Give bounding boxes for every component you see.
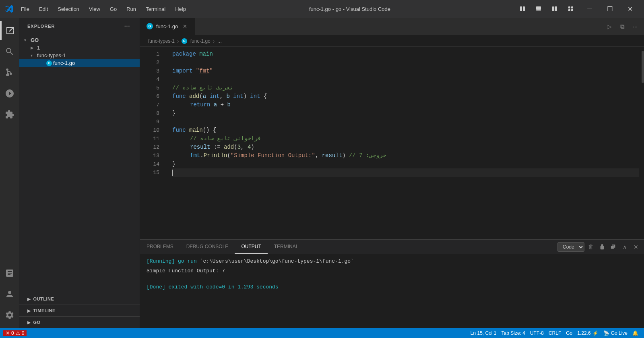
- panel-copy-btn[interactable]: [609, 242, 618, 252]
- tree-label-go: GO: [31, 37, 140, 43]
- ln-15: 15: [140, 168, 159, 177]
- tab-go-file-icon: G: [147, 23, 153, 29]
- position-label: Ln 15, Col 1: [471, 330, 497, 336]
- status-language[interactable]: Go: [564, 330, 575, 336]
- terminal-running-line: [Running] go run `c:\Users\user\Desktop\…: [147, 257, 638, 265]
- activity-explorer[interactable]: [0, 21, 19, 40]
- output-filter-select[interactable]: Code: [557, 242, 584, 252]
- svg-rect-8: [568, 9, 570, 11]
- tree-item-func-1-go[interactable]: ▶ G func-1.go: [19, 59, 140, 67]
- minimize-button[interactable]: ─: [580, 3, 599, 15]
- activity-testing[interactable]: [0, 263, 19, 283]
- panel-tab-debug-console[interactable]: DEBUG CONSOLE: [180, 240, 235, 254]
- explorer-more-btn[interactable]: ···: [123, 22, 132, 31]
- go-live-label: Go Live: [611, 330, 627, 336]
- activity-account[interactable]: [0, 284, 19, 304]
- breadcrumb-label-2: func-1.go: [190, 38, 211, 44]
- status-notification-bell[interactable]: 🔔: [630, 330, 641, 336]
- tab-size-label: Tab Size: 4: [502, 330, 525, 336]
- code-line-10: func main() {: [172, 126, 639, 135]
- activity-source-control[interactable]: [0, 63, 19, 82]
- panel-clear-btn[interactable]: [586, 242, 596, 252]
- svg-rect-1: [523, 6, 525, 11]
- timeline-header[interactable]: ▶ TIMELINE: [19, 307, 140, 315]
- status-bar: ✕ 0 ⚠ 0 Ln 15, Col 1 Tab Size: 4 UTF-8 C…: [0, 328, 644, 338]
- activity-settings[interactable]: [0, 305, 19, 325]
- close-button[interactable]: ✕: [621, 3, 639, 15]
- menu-run[interactable]: Run: [122, 4, 140, 14]
- layout-toggle-btn[interactable]: [516, 2, 529, 15]
- status-line-ending[interactable]: CRLF: [546, 330, 564, 336]
- panel-tab-output[interactable]: OUTPUT: [235, 240, 267, 254]
- titlebar-window-icons: [516, 2, 577, 15]
- language-label: Go: [566, 330, 572, 336]
- ln-11: 11: [140, 135, 159, 143]
- more-actions-btn[interactable]: ···: [630, 21, 641, 32]
- breadcrumb-func1-go[interactable]: G func-1.go: [182, 38, 211, 44]
- svg-rect-0: [520, 6, 522, 11]
- tree-item-go-root[interactable]: ▾ GO: [19, 36, 140, 44]
- bell-icon: 🔔: [632, 330, 638, 336]
- status-errors[interactable]: ✕ 0 ⚠ 0: [3, 330, 27, 336]
- menu-terminal[interactable]: Terminal: [142, 4, 169, 14]
- breadcrumb-more[interactable]: …: [217, 38, 222, 44]
- svg-rect-9: [571, 9, 573, 11]
- panel-collapse-btn[interactable]: ∧: [620, 242, 630, 252]
- code-line-3: import "fmt": [172, 67, 639, 75]
- tree-arrow-func-types-1: ▾: [31, 53, 37, 58]
- split-editor-btn[interactable]: ⧉: [617, 21, 628, 32]
- activity-bar: [0, 18, 19, 328]
- ln-7: 7: [140, 101, 159, 109]
- timeline-section: ▶ TIMELINE: [19, 305, 140, 316]
- encoding-label: UTF-8: [530, 330, 544, 336]
- activity-search[interactable]: [0, 42, 19, 61]
- run-btn[interactable]: ▷: [604, 21, 615, 32]
- menu-selection[interactable]: Selection: [54, 4, 83, 14]
- window-controls: ─ ❐ ✕: [580, 3, 639, 15]
- menu-file[interactable]: File: [17, 4, 33, 14]
- status-tab-size[interactable]: Tab Size: 4: [499, 330, 528, 336]
- code-editor[interactable]: 1 2 3 4 5 6 7 8 9 10 11 12 13 14 15 pack…: [140, 47, 644, 239]
- breadcrumb-func-types-1[interactable]: func-types-1: [148, 38, 175, 44]
- tree-item-1[interactable]: ▶ 1: [19, 44, 140, 52]
- tree-item-func-types-1[interactable]: ▾ func-types-1: [19, 52, 140, 59]
- activity-bottom: [0, 263, 19, 325]
- code-content[interactable]: package main import "fmt" // تعریف تابع …: [164, 47, 639, 239]
- activity-run-debug[interactable]: [0, 84, 19, 103]
- code-line-1: package main: [172, 50, 639, 58]
- activity-extensions[interactable]: [0, 105, 19, 124]
- status-version[interactable]: 1.22.6 ⚡: [575, 330, 601, 336]
- go-header[interactable]: ▶ GO: [19, 318, 140, 326]
- status-encoding[interactable]: UTF-8: [528, 330, 546, 336]
- ln-8: 8: [140, 109, 159, 118]
- layout-editor-btn[interactable]: [532, 2, 545, 15]
- ln-4: 4: [140, 75, 159, 84]
- warning-count: 0: [22, 330, 25, 336]
- tree-label-func-types-1: func-types-1: [37, 52, 140, 58]
- ln-1: 1: [140, 50, 159, 58]
- editor-area: G func-1.go ✕ ▷ ⧉ ··· func-types-1 › G f…: [140, 18, 644, 328]
- status-go-live[interactable]: 📡 Go Live: [601, 330, 630, 336]
- titlebar-left: [5, 4, 14, 13]
- layout-sidebar-btn[interactable]: [548, 2, 561, 15]
- tab-func1-go[interactable]: G func-1.go ✕: [140, 18, 195, 35]
- panel-lock-btn[interactable]: [597, 242, 607, 252]
- menu-go[interactable]: Go: [106, 4, 121, 14]
- tab-close-btn[interactable]: ✕: [181, 23, 188, 30]
- code-line-13: fmt.Println("Simple Function Output:", r…: [172, 151, 639, 160]
- svg-rect-3: [536, 10, 541, 11]
- layout-grid-btn[interactable]: [564, 2, 577, 15]
- menu-edit[interactable]: Edit: [35, 4, 52, 14]
- restore-button[interactable]: ❐: [601, 3, 619, 15]
- outline-section: ▶ OUTLINE: [19, 293, 140, 305]
- scrollbar-thumb[interactable]: [642, 51, 644, 83]
- panel-tab-terminal[interactable]: TERMINAL: [268, 240, 305, 254]
- panel-tab-problems[interactable]: PROBLEMS: [140, 240, 180, 254]
- editor-scrollbar[interactable]: [639, 47, 644, 239]
- panel-close-btn[interactable]: ✕: [631, 242, 641, 252]
- menu-view[interactable]: View: [85, 4, 104, 14]
- status-position[interactable]: Ln 15, Col 1: [468, 330, 499, 336]
- svg-rect-5: [555, 6, 557, 11]
- menu-help[interactable]: Help: [171, 4, 190, 14]
- outline-header[interactable]: ▶ OUTLINE: [19, 295, 140, 303]
